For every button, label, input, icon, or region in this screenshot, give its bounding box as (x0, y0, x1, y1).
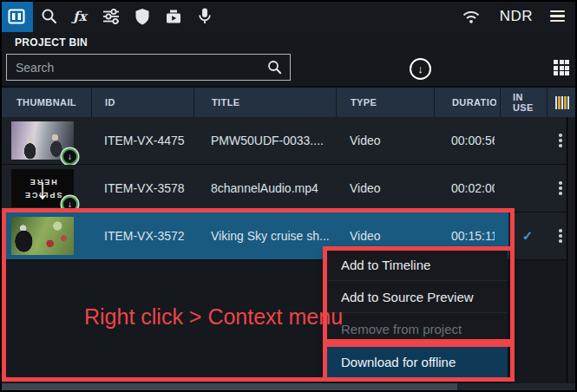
hamburger-menu-icon[interactable] (547, 7, 568, 26)
toolbar-right-group: NDR (462, 7, 577, 26)
cell-id: ITEM-VX-4475 (104, 117, 185, 164)
download-arrow-icon: ↓ (417, 62, 423, 75)
menu-item-add-to-timeline[interactable]: Add to Timeline (327, 249, 508, 281)
shield-icon (134, 8, 150, 25)
fx-icon: ƒx (73, 9, 86, 24)
cell-duration: 00:02:00 (451, 165, 495, 212)
column-header-title[interactable]: TITLE (193, 88, 336, 117)
cell-id: ITEM-VX-3572 (104, 212, 185, 259)
grid-view-icon[interactable] (554, 60, 571, 77)
panel-filmstrip-icon (8, 9, 25, 24)
thumbnail-garden (11, 217, 74, 255)
table-row-item-vx-4475[interactable]: ↓ ITEM-VX-4475 PMW50UDF-0033.... Video 0… (0, 117, 577, 165)
sliders-icon (102, 9, 120, 24)
table-row-item-vx-3578[interactable]: SPLICE HERE ↓ ↓ ITEM-VX-3578 8channelAud… (0, 165, 577, 212)
menu-item-remove-from-project: Remove from project (327, 313, 508, 345)
recorder-play-icon (164, 7, 183, 25)
download-all-button[interactable]: ↓ (410, 58, 431, 80)
column-settings-icon (555, 96, 569, 109)
vertical-scrollbar[interactable] (567, 117, 577, 383)
cell-id: ITEM-VX-3578 (104, 165, 185, 212)
search-submit-icon[interactable] (267, 60, 282, 75)
cell-type: Video (350, 117, 381, 164)
column-header-thumbnail[interactable]: THUMBNAIL (0, 88, 91, 117)
column-header-in-use[interactable]: IN USE (500, 88, 547, 117)
effects-button[interactable]: ƒx (64, 0, 95, 32)
voiceover-button[interactable] (189, 0, 220, 32)
search-icon (41, 8, 57, 24)
context-menu: Add to Timeline Add to Source Preview Re… (327, 249, 508, 378)
column-header-id[interactable]: ID (91, 88, 193, 117)
in-use-check-icon: ✓ (515, 212, 540, 259)
cell-title: 8channelAudio.mp4 (211, 165, 318, 212)
microphone-icon (197, 7, 213, 25)
search-input[interactable] (7, 61, 267, 75)
search-tool-button[interactable] (33, 0, 64, 32)
ingest-button[interactable] (158, 0, 189, 32)
brand-label: NDR (500, 8, 533, 25)
column-header-type[interactable]: TYPE (336, 88, 434, 117)
column-header-duration[interactable]: DURATION (434, 88, 500, 117)
offline-available-badge: ↓ (62, 148, 78, 165)
cell-title: PMW50UDF-0033.... (211, 117, 324, 164)
app-window: ƒx (0, 0, 577, 392)
wifi-status-icon[interactable] (462, 9, 481, 24)
cell-type: Video (350, 165, 381, 212)
cell-duration: 00:00:56 (451, 117, 495, 164)
thumbnail-interview: ↓ (11, 121, 74, 160)
horizontal-scrollbar-thumb[interactable] (0, 383, 457, 390)
cell-title: Viking Sky cruise sh... (211, 212, 330, 259)
menu-item-add-to-source-preview[interactable]: Add to Source Preview (327, 281, 508, 313)
menu-item-download-for-offline[interactable]: Download for offline (327, 345, 508, 378)
horizontal-scrollbar (0, 383, 577, 390)
offline-available-badge: ↓ (62, 196, 78, 212)
table-header: THUMBNAIL ID TITLE TYPE DURATION IN USE (0, 86, 577, 117)
top-toolbar: ƒx (0, 0, 577, 32)
thumbnail-splice-here: SPLICE HERE ↓ ↓ (11, 169, 74, 207)
panel-title: PROJECT BIN (15, 36, 88, 49)
search-box (6, 54, 291, 81)
adjustments-button[interactable] (95, 0, 127, 32)
protection-button[interactable] (127, 0, 158, 32)
column-header-settings[interactable] (547, 88, 577, 117)
project-bin-panel-button[interactable] (0, 0, 33, 32)
